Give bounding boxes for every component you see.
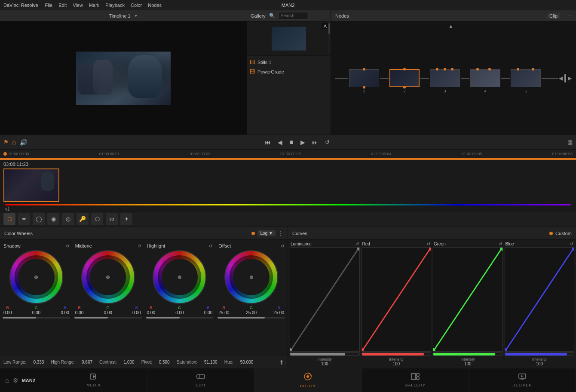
tool-stabilize[interactable]: ⬡ [91,213,103,225]
wheel-shadow-slider[interactable] [2,317,71,318]
nodes-scroll-right[interactable]: ▶ [568,75,572,81]
wheel-offset-reset[interactable]: ↺ [281,244,284,248]
wheel-shadow-reset[interactable]: ↺ [66,244,69,248]
wheel-midtone-crosshair [106,276,110,279]
wheels-export-icon[interactable]: ⬆ [279,359,284,366]
storyboard-icon[interactable]: ▦ [567,139,573,145]
wheel-midtone-slider[interactable] [74,317,143,318]
midtone-g-value: 0.00 [104,310,112,315]
wheel-highlight-reset[interactable]: ↺ [209,244,212,248]
nodes-clip-button[interactable]: Clip [547,13,560,19]
wheel-shadow-wheel[interactable] [9,250,63,304]
tool-key[interactable]: 🔑 [77,213,89,225]
clip-thumbnail[interactable] [3,168,59,202]
nav-media[interactable]: MEDIA [40,368,147,392]
stabilize-icon: ⬡ [95,216,100,222]
blue-intensity-bar-track [505,352,575,356]
gallery-item-powergrade[interactable]: 🎞 PowerGrade [249,67,329,77]
nav-left-section: ⌂ ⚙ MAN2 [0,368,40,392]
audio-icon[interactable]: 🔊 [20,139,27,146]
tool-circle[interactable]: ◯ [33,213,45,225]
wheel-highlight-crosshair [178,276,181,279]
wheel-shadow-g: G 0.00 [32,306,40,315]
node-4[interactable]: 4 [470,69,500,87]
project-name: MAN2 [22,378,35,383]
blue-intensity-label: Intensity [532,357,547,361]
curve-red-reset[interactable]: ↺ [427,242,430,246]
wheel-offset-slider[interactable] [217,317,286,318]
wheels-more-icon[interactable]: ⋮ [278,230,283,236]
gallery-thumb-area: A [247,21,331,56]
nodes-more-icon[interactable]: ⋮ [567,13,572,18]
tool-curves[interactable]: ◉ [47,213,59,225]
red-intensity-bar-track [362,352,432,356]
curve-red: Red ↺ Intensity [362,242,432,366]
wheel-shadow: Shadow ↺ R 0.00 G [2,243,71,352]
menu-view[interactable]: View [73,3,83,8]
wheel-highlight-slider[interactable] [145,317,214,318]
tool-color-wheels[interactable]: ⬡ [3,213,15,225]
nodes-scroll-indicator [564,74,566,83]
nodes-scroll-left[interactable]: ◀ [559,75,563,81]
timecode-3: 01:00:00:03 [280,152,301,156]
nodes-scroll-up[interactable]: ▲ [448,23,453,29]
svg-line-9 [505,248,574,351]
node-3[interactable]: 3 [430,69,460,87]
curve-red-graph[interactable] [362,247,432,352]
curve-green-reset[interactable]: ↺ [499,242,502,246]
green-intensity-row: Intensity 100 [433,357,503,366]
log-mode-label: Log [260,231,267,236]
node-5[interactable]: 5 [511,69,541,87]
contrast-label: Contrast: [99,360,117,364]
curve-lum-reset[interactable]: ↺ [355,242,359,246]
wheel-highlight-wheel[interactable] [153,250,206,304]
nav-gallery[interactable]: GALLERY [362,368,469,392]
tool-fx[interactable]: ✦ [120,213,132,225]
app-title: MAN2 [282,3,295,8]
menu-playback[interactable]: Playback [105,3,125,8]
nav-deliver[interactable]: DELIVER [469,368,576,392]
curve-blue-reset[interactable]: ↺ [570,242,573,246]
gallery-item-stills[interactable]: 🎞 Stills 1 [249,58,329,67]
nav-edit[interactable]: EDIT [147,368,254,392]
nav-color[interactable]: COLOR [254,368,362,392]
playhead-marker [3,152,7,156]
go-end-button[interactable]: ⏭ [312,139,318,146]
play-button[interactable]: ▶ [300,139,305,146]
highlight-b-value: 0.00 [204,310,212,315]
menu-nodes[interactable]: Nodes [148,3,162,8]
go-start-button[interactable]: ⏮ [265,139,271,146]
wheel-midtone-wheel[interactable] [81,250,135,304]
gallery-thumb[interactable] [272,27,306,50]
home-icon[interactable]: ⌂ [12,138,16,146]
stop-button[interactable]: ■ [289,138,294,146]
settings-nav-icon[interactable]: ⚙ [13,377,18,384]
curve-lum-graph[interactable] [290,247,360,352]
tool-eyedropper[interactable]: ✒ [18,213,30,225]
node-dot-3-3 [451,68,453,70]
curve-blue: Blue ↺ Intensity [505,242,575,366]
wheel-midtone-reset[interactable]: ↺ [138,244,141,248]
gallery-search-input[interactable] [279,12,309,20]
wheel-offset-wheel[interactable] [224,250,278,304]
tool-3d[interactable]: 3D [106,213,118,225]
highlight-r-label: R [150,306,153,310]
node-2[interactable]: 2 [389,69,420,87]
timeline-dropdown-icon[interactable]: ▼ [134,14,138,18]
menu-mark[interactable]: Mark [89,3,99,8]
loop-button[interactable]: ↺ [325,139,330,145]
step-back-button[interactable]: ◀ [278,139,282,146]
color-wheels-icon: ⬡ [7,216,12,222]
tool-qualifier[interactable]: ◎ [62,213,74,225]
curve-blue-graph[interactable] [505,247,575,352]
highlight-r-value: 0.00 [147,310,155,315]
node-1[interactable]: 1 [349,69,379,87]
menu-file[interactable]: File [45,3,53,8]
high-range-value: 0.667 [82,360,92,364]
menu-color[interactable]: Color [131,3,142,8]
curve-green-graph[interactable] [433,247,503,352]
menu-edit[interactable]: Edit [58,3,67,8]
gallery-scrollbar[interactable] [328,21,331,55]
home-nav-icon[interactable]: ⌂ [5,377,9,384]
log-mode-badge[interactable]: Log ▼ [257,230,276,236]
